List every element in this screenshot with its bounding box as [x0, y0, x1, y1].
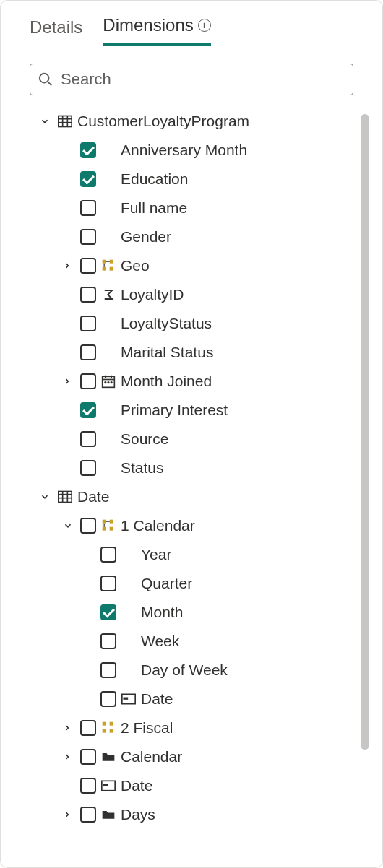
field-row[interactable]: LoyaltyID — [30, 280, 382, 309]
field-row[interactable]: Month Joined — [30, 367, 382, 396]
field-row[interactable]: Year — [30, 540, 382, 569]
checkbox[interactable] — [100, 662, 116, 678]
folder-icon — [100, 807, 116, 823]
field-row[interactable]: Anniversary Month — [30, 136, 382, 165]
sigma-icon — [100, 287, 116, 303]
field-row[interactable]: Week — [30, 627, 382, 656]
field-label: Day of Week — [141, 661, 228, 679]
checkbox[interactable] — [80, 720, 96, 736]
tab-dimensions[interactable]: Dimensions i — [103, 15, 210, 46]
checkbox[interactable] — [80, 373, 96, 389]
checkbox[interactable] — [80, 229, 96, 245]
field-label: Calendar — [121, 748, 182, 765]
field-row[interactable]: Date — [30, 771, 382, 800]
checkbox[interactable] — [100, 547, 116, 563]
svg-rect-2 — [59, 116, 72, 127]
checkbox[interactable] — [80, 316, 96, 331]
field-row[interactable]: Status — [30, 453, 382, 482]
tab-dimensions-label: Dimensions — [103, 15, 193, 35]
chevron-right-icon[interactable] — [63, 810, 76, 819]
chevron-down-icon[interactable] — [40, 116, 53, 126]
search-input[interactable] — [59, 69, 345, 90]
field-row[interactable]: Source — [30, 425, 382, 453]
svg-rect-34 — [110, 722, 113, 726]
svg-rect-38 — [103, 784, 108, 786]
checkbox[interactable] — [100, 691, 116, 707]
svg-line-1 — [48, 82, 52, 86]
field-label: LoyaltyStatus — [121, 315, 212, 332]
field-row[interactable]: Calendar — [30, 742, 382, 771]
table-row[interactable]: Date — [30, 482, 382, 511]
checkbox[interactable] — [80, 749, 96, 765]
checkbox[interactable] — [80, 344, 96, 360]
calendar-icon — [100, 373, 116, 389]
checkbox[interactable] — [80, 200, 96, 216]
checkbox[interactable] — [80, 518, 96, 534]
checkbox[interactable] — [80, 460, 96, 476]
svg-point-18 — [108, 382, 109, 383]
svg-rect-9 — [103, 267, 106, 271]
field-row[interactable]: 2 Fiscal — [30, 713, 382, 742]
field-row[interactable]: Marital Status — [30, 338, 382, 367]
svg-rect-10 — [110, 267, 113, 271]
field-row[interactable]: Month — [30, 598, 382, 627]
checkbox[interactable] — [80, 142, 96, 158]
field-row[interactable]: Quarter — [30, 569, 382, 598]
search-container — [1, 46, 382, 107]
field-label: Education — [121, 170, 188, 188]
svg-rect-7 — [103, 260, 106, 264]
svg-rect-27 — [103, 527, 106, 531]
svg-rect-36 — [110, 729, 113, 733]
search-icon — [38, 71, 53, 87]
checkbox[interactable] — [80, 807, 96, 823]
checkbox[interactable] — [100, 576, 116, 591]
checkbox[interactable] — [80, 431, 96, 447]
checkbox[interactable] — [100, 633, 116, 649]
field-row[interactable]: Geo — [30, 251, 382, 280]
field-row[interactable]: Primary Interest — [30, 396, 382, 425]
chevron-down-icon[interactable] — [40, 492, 53, 502]
field-row[interactable]: Date — [30, 685, 382, 713]
field-row[interactable]: LoyaltyStatus — [30, 309, 382, 338]
folder-icon — [100, 749, 116, 765]
field-row[interactable]: Education — [30, 165, 382, 194]
checkbox[interactable] — [80, 171, 96, 187]
svg-rect-35 — [103, 729, 106, 733]
field-label: Primary Interest — [121, 402, 228, 419]
field-label: Days — [121, 806, 155, 823]
field-row[interactable]: Gender — [30, 222, 382, 251]
chevron-right-icon[interactable] — [63, 261, 76, 270]
checkbox[interactable] — [80, 402, 96, 418]
scrollbar[interactable] — [361, 114, 369, 750]
checkbox[interactable] — [80, 287, 96, 303]
hierarchy-icon — [100, 720, 116, 736]
chevron-right-icon[interactable] — [63, 752, 76, 761]
field-row[interactable]: Day of Week — [30, 656, 382, 685]
svg-point-17 — [105, 382, 106, 383]
field-row[interactable]: Days — [30, 800, 382, 829]
dimensions-panel: Details Dimensions i — [0, 0, 383, 868]
chevron-down-icon[interactable] — [63, 521, 76, 531]
tab-details[interactable]: Details — [30, 15, 82, 46]
checkbox[interactable] — [100, 604, 116, 620]
table-row[interactable]: CustomerLoyaltyProgram — [30, 107, 382, 136]
hierarchy-icon — [100, 258, 116, 274]
search-box[interactable] — [30, 64, 353, 95]
field-label: Month Joined — [121, 373, 212, 390]
field-label: Source — [121, 430, 169, 448]
field-label: Quarter — [141, 575, 192, 592]
info-icon[interactable]: i — [198, 19, 211, 32]
field-row[interactable]: 1 Calendar — [30, 511, 382, 540]
field-label: Geo — [121, 257, 150, 274]
date-field-icon — [100, 778, 116, 794]
chevron-right-icon[interactable] — [63, 724, 76, 732]
checkbox[interactable] — [80, 258, 96, 274]
field-row[interactable]: Full name — [30, 194, 382, 222]
field-label: Month — [141, 604, 183, 621]
tab-bar: Details Dimensions i — [1, 15, 382, 46]
svg-rect-20 — [59, 492, 72, 503]
field-label: LoyaltyID — [121, 286, 184, 303]
field-label: Year — [141, 546, 171, 563]
chevron-right-icon[interactable] — [63, 377, 76, 386]
checkbox[interactable] — [80, 778, 96, 794]
